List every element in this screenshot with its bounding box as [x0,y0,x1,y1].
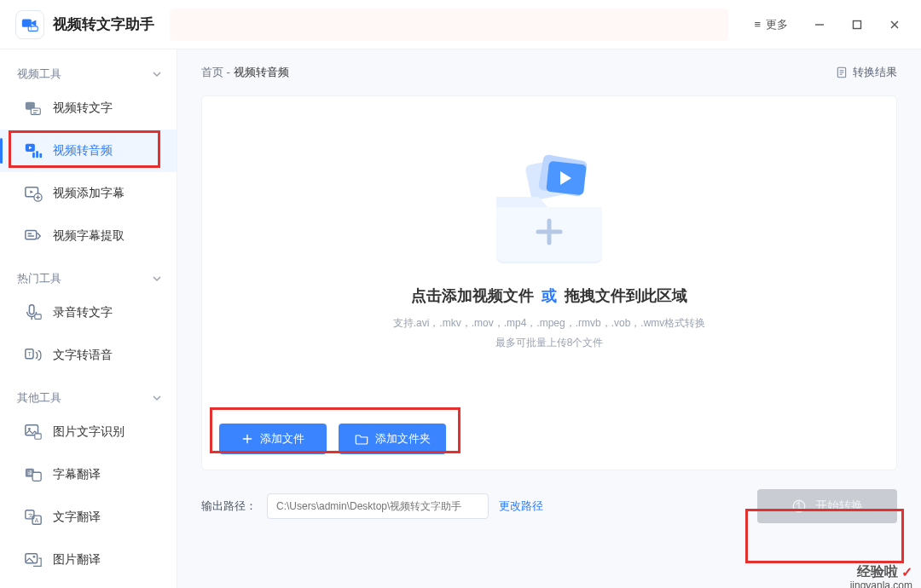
sidebar-item-image-translate[interactable]: 图片翻译 [0,539,177,581]
svg-text:T: T [30,26,32,31]
document-icon [836,66,848,78]
sidebar-item-ocr[interactable]: 图片文字识别 [0,411,177,453]
chevron-down-icon [153,394,161,402]
hamburger-icon: ≡ [754,18,761,31]
svg-rect-13 [36,151,38,158]
sidebar-item-label: 字幕翻译 [53,467,101,482]
minimize-button[interactable] [803,9,836,41]
sidebar-section-hot[interactable]: 热门工具 [0,266,177,291]
svg-rect-27 [32,472,41,481]
video-text-icon [24,99,43,118]
image-translate-icon [24,551,43,569]
video-audio-icon [24,141,43,160]
minimize-icon [814,20,825,30]
chevron-down-icon [153,274,161,283]
sidebar-item-text-translate[interactable]: 文A 文字翻译 [0,496,177,539]
drop-prompt: 点击添加视频文件 或 拖拽文件到此区域 [411,285,687,306]
svg-rect-14 [39,153,42,159]
plus-icon [241,433,253,445]
more-label: 更多 [766,17,788,32]
subtitle-extract-icon [24,227,43,245]
sidebar-item-text-to-speech[interactable]: T 文字转语音 [0,334,177,377]
svg-rect-20 [35,314,41,320]
mic-text-icon [24,303,43,322]
svg-text:T: T [28,350,32,358]
folder-illustration [481,137,617,274]
convert-icon [791,499,807,514]
add-file-label: 添加文件 [260,431,304,447]
image-ocr-icon [24,423,43,441]
sidebar-item-label: 视频添加字幕 [53,186,125,201]
sidebar-section-label: 热门工具 [17,271,61,286]
supported-formats: 支持.avi，.mkv，.mov，.mp4，.mpeg，.rmvb，.vob，.… [393,316,706,331]
sidebar-item-audio-to-text[interactable]: 录音转文字 [0,291,177,334]
sidebar-item-add-subtitle[interactable]: 视频添加字幕 [0,172,177,215]
app-logo: T [15,10,44,39]
add-folder-button[interactable]: 添加文件夹 [339,424,446,454]
svg-rect-9 [31,108,40,114]
svg-rect-12 [32,153,35,158]
chevron-down-icon [153,70,161,78]
promo-banner [170,9,728,41]
sidebar-item-video-to-audio[interactable]: 视频转音频 [0,130,177,172]
breadcrumb: 首页 - 视频转音频 [201,65,289,80]
svg-marker-1 [32,20,37,26]
output-path-input[interactable] [267,493,489,519]
sidebar: 视频工具 视频转文字 视频转音频 视频添加字幕 视频字幕提取 热门工具 录音转文… [0,49,177,588]
upload-limit: 最多可批量上传8个文件 [495,336,604,350]
subtitle-add-icon [24,184,43,203]
start-label: 开始转换 [815,499,863,514]
start-convert-button[interactable]: 开始转换 [757,489,897,523]
close-icon [889,20,900,30]
main-panel: 首页 - 视频转音频 转换结果 点击添加视频文件 [177,49,921,588]
sidebar-item-extract-subtitle[interactable]: 视频字幕提取 [0,215,177,257]
maximize-button[interactable] [841,9,873,41]
sidebar-item-label: 图片文字识别 [53,424,125,440]
drop-zone[interactable]: 点击添加视频文件 或 拖拽文件到此区域 支持.avi，.mkv，.mov，.mp… [201,95,897,470]
sidebar-item-video-to-text[interactable]: 视频转文字 [0,87,177,130]
add-file-button[interactable]: 添加文件 [219,424,327,454]
check-icon: ✓ [901,564,912,580]
sidebar-item-label: 视频转音频 [53,143,113,159]
sidebar-section-label: 视频工具 [17,66,61,82]
close-button[interactable] [878,9,911,41]
svg-point-34 [33,556,36,558]
text-translate-icon: 文A [24,508,43,527]
results-label: 转换结果 [853,65,897,80]
sidebar-item-subtitle-translate[interactable]: 译 字幕翻译 [0,453,177,496]
sidebar-item-label: 文字翻译 [53,510,101,525]
svg-marker-16 [30,190,33,193]
folder-icon [355,433,368,445]
change-path-link[interactable]: 更改路径 [499,499,543,514]
sidebar-section-other[interactable]: 其他工具 [0,385,177,411]
svg-text:译: 译 [27,470,32,476]
breadcrumb-current: 视频转音频 [234,66,289,78]
svg-rect-18 [26,231,37,239]
sidebar-item-label: 图片翻译 [53,552,101,568]
watermark: 经验啦 ✓ jingyanla.com [857,563,912,581]
sidebar-item-label: 录音转文字 [53,305,113,320]
subtitle-translate-icon: 译 [24,465,43,484]
maximize-icon [852,20,862,30]
svg-rect-19 [29,305,34,314]
sidebar-section-label: 其他工具 [17,390,61,406]
breadcrumb-home[interactable]: 首页 [201,66,223,78]
sidebar-item-label: 视频转文字 [53,101,113,116]
svg-text:A: A [35,517,39,523]
output-path-label: 输出路径： [201,499,257,514]
sidebar-section-video[interactable]: 视频工具 [0,61,177,87]
svg-rect-33 [26,554,38,563]
sidebar-item-label: 文字转语音 [53,348,113,363]
app-title: 视频转文字助手 [53,14,154,34]
svg-rect-5 [854,20,861,28]
sidebar-item-label: 视频字幕提取 [53,228,125,244]
more-button[interactable]: ≡ 更多 [744,12,798,37]
results-link[interactable]: 转换结果 [836,65,897,80]
tts-icon: T [24,346,43,365]
titlebar: T 视频转文字助手 ≡ 更多 [0,0,921,49]
add-folder-label: 添加文件夹 [375,431,431,447]
svg-rect-25 [35,434,41,439]
